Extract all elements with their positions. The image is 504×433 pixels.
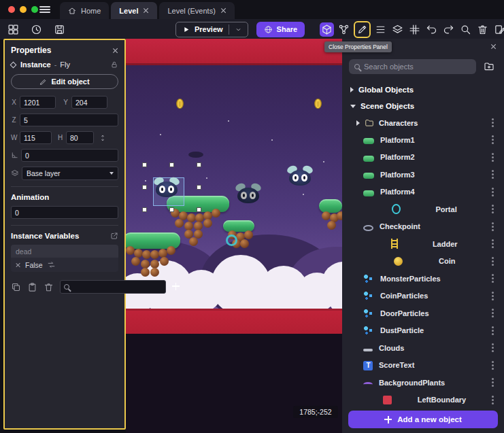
maximize-window-button[interactable] [31,6,38,13]
object-list-item[interactable]: BackgroundPlants [342,374,504,392]
object-list-item[interactable]: Ladder [342,235,504,253]
objects-cube-icon[interactable] [320,22,334,37]
hamburger-menu-icon[interactable] [39,5,50,14]
object-list-item[interactable]: ScoreText [342,357,504,375]
add-folder-icon[interactable] [481,58,497,75]
object-list-item[interactable]: LeftBoundary [342,392,504,409]
object-list-item[interactable]: DustParticle [342,322,504,340]
variable-row[interactable]: dead False [11,245,118,272]
height-field[interactable] [66,131,94,144]
lock-icon[interactable] [110,60,118,69]
edit-scene-icon[interactable] [492,22,504,37]
tab-level[interactable]: Level [111,2,157,19]
instances-network-icon[interactable] [337,22,351,37]
objects-list-icon[interactable] [373,22,388,37]
project-manager-icon[interactable] [5,22,20,37]
characters-folder[interactable]: Characters [342,114,504,131]
tab-level-events[interactable]: Level (Events) [159,2,234,19]
object-menu-icon[interactable] [492,277,494,279]
portal-instance[interactable] [226,235,237,246]
preview-button[interactable]: Preview [175,22,248,37]
close-tab-icon[interactable] [220,7,226,14]
object-menu-icon[interactable] [492,347,494,349]
add-object-button[interactable]: Add a new object [348,411,498,428]
edit-object-button[interactable]: Edit object [11,74,118,89]
object-menu-icon[interactable] [492,243,494,245]
undo-icon[interactable] [424,22,439,37]
scene-canvas[interactable]: 1785;-252 [126,39,342,433]
properties-pencil-icon[interactable] [354,21,371,38]
bottom-boundary-instance[interactable] [126,309,342,334]
object-list-item[interactable]: Platform2 [342,149,504,167]
object-menu-icon[interactable] [492,312,494,314]
zoom-icon[interactable] [458,22,473,37]
open-variables-editor-icon[interactable] [110,232,118,240]
object-list-item[interactable]: Clouds [342,339,504,357]
object-menu-icon[interactable] [492,381,494,383]
object-list-item[interactable]: Platform3 [342,166,504,184]
layer-select[interactable]: Base layer [22,167,118,180]
share-button[interactable]: Share [256,22,305,37]
object-menu-icon[interactable] [492,122,494,124]
y-position-field[interactable] [71,96,107,109]
angle-field[interactable] [21,149,118,162]
selection-handle[interactable] [142,162,147,167]
object-menu-icon[interactable] [492,260,494,262]
animation-field[interactable] [11,206,118,219]
object-list-item[interactable]: Portal [342,201,504,218]
object-menu-icon[interactable] [492,191,494,193]
objects-search-box[interactable] [349,59,476,74]
object-menu-icon[interactable] [492,399,494,401]
fly-instance[interactable] [286,167,314,187]
object-list-item[interactable]: MonsterParticles [342,270,504,288]
selection-handle[interactable] [197,162,201,167]
object-list-item[interactable]: DoorParticles [342,305,504,322]
object-menu-icon[interactable] [492,226,494,228]
close-window-button[interactable] [8,6,15,13]
scene-objects-group[interactable]: Scene Objects [342,98,504,114]
selection-handle[interactable] [142,207,147,212]
close-properties-icon[interactable] [112,48,118,54]
object-menu-icon[interactable] [492,295,494,297]
grid-icon[interactable] [407,22,422,37]
delete-variable-icon[interactable] [44,282,54,292]
global-objects-group[interactable]: Global Objects [342,82,504,98]
selection-handle[interactable] [197,207,201,212]
object-menu-icon[interactable] [492,173,494,175]
redo-icon[interactable] [441,22,456,37]
copy-icon[interactable] [11,282,21,292]
x-position-field[interactable] [20,96,56,109]
coin-instance[interactable] [314,99,322,109]
aspect-ratio-lock-icon[interactable] [99,134,107,142]
object-list-item[interactable]: Platform4 [342,184,504,201]
trash-icon[interactable] [475,22,490,37]
width-field[interactable] [20,131,52,144]
object-menu-icon[interactable] [492,156,494,158]
variables-search-box[interactable] [60,280,166,294]
object-list-item[interactable]: Coin [342,253,504,271]
swap-value-icon[interactable] [47,260,56,269]
close-objects-panel-icon[interactable] [490,44,497,50]
fly-instance-selected[interactable] [153,178,180,198]
object-list-item[interactable]: Platform1 [342,131,504,149]
layers-icon[interactable] [390,22,405,37]
object-menu-icon[interactable] [492,139,494,141]
object-menu-icon[interactable] [492,330,494,332]
tab-home[interactable]: Home [60,2,109,19]
platform-instance[interactable] [319,199,342,213]
object-menu-icon[interactable] [492,208,494,210]
save-icon[interactable] [52,22,67,37]
object-menu-icon[interactable] [492,364,494,366]
selection-handle[interactable] [142,185,147,190]
history-icon[interactable] [29,22,44,37]
z-order-field[interactable] [20,114,118,126]
top-boundary-instance[interactable] [126,39,342,65]
object-list-item[interactable]: CoinParticles [342,288,504,305]
distant-fly-instance[interactable] [188,152,203,158]
objects-search-input[interactable] [364,63,471,71]
variables-search-input[interactable] [72,283,162,291]
close-tab-icon[interactable] [143,7,149,14]
coin-instance[interactable] [176,99,184,109]
selection-handle[interactable] [197,185,201,190]
paste-icon[interactable] [27,282,37,292]
